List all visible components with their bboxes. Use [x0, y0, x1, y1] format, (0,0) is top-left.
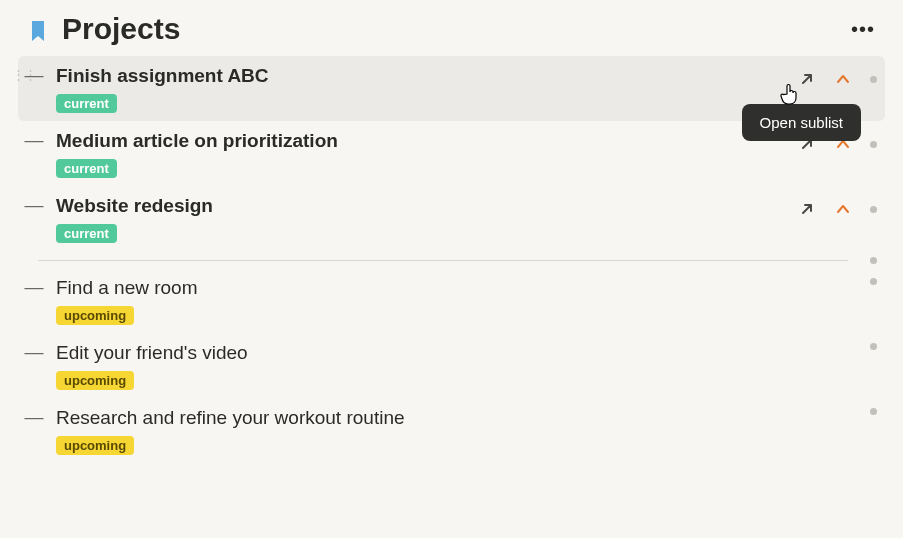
- status-tag[interactable]: current: [56, 224, 117, 243]
- project-item[interactable]: ⋮⋮—Finish assignment ABCcurrentOpen subl…: [18, 56, 885, 121]
- item-title: Medium article on prioritization: [56, 129, 794, 153]
- item-dot-icon[interactable]: [870, 343, 877, 350]
- item-body: Finish assignment ABCcurrent: [56, 64, 794, 113]
- item-body: Medium article on prioritizationcurrent: [56, 129, 794, 178]
- item-body: Edit your friend's videoupcoming: [56, 341, 866, 390]
- open-sublist-icon[interactable]: [794, 66, 820, 92]
- item-dot-icon[interactable]: [870, 408, 877, 415]
- item-dot-icon[interactable]: [870, 206, 877, 213]
- bookmark-icon: [28, 19, 48, 43]
- item-body: Research and refine your workout routine…: [56, 406, 866, 455]
- item-dot-icon[interactable]: [870, 141, 877, 148]
- project-item[interactable]: ⋮⋮—Website redesigncurrent: [18, 186, 885, 251]
- item-body: Find a new roomupcoming: [56, 276, 866, 325]
- status-tag[interactable]: upcoming: [56, 306, 134, 325]
- item-dot-icon: [870, 257, 877, 264]
- project-item[interactable]: ⋮⋮—Research and refine your workout rout…: [18, 398, 885, 463]
- item-actions: [794, 194, 879, 222]
- item-dot-icon[interactable]: [870, 76, 877, 83]
- project-item[interactable]: ⋮⋮—Find a new roomupcoming: [18, 268, 885, 333]
- project-item[interactable]: ⋮⋮—Edit your friend's videoupcoming: [18, 333, 885, 398]
- item-actions: [866, 276, 879, 285]
- item-title: Edit your friend's video: [56, 341, 866, 365]
- project-list: ⋮⋮—Finish assignment ABCcurrentOpen subl…: [0, 52, 903, 467]
- item-actions: [866, 406, 879, 415]
- item-dot-icon[interactable]: [870, 278, 877, 285]
- chevron-up-icon[interactable]: [830, 196, 856, 222]
- item-actions: [866, 341, 879, 350]
- chevron-up-icon[interactable]: [830, 66, 856, 92]
- item-title: Finish assignment ABC: [56, 64, 794, 88]
- item-actions: [794, 64, 879, 92]
- tooltip: Open sublist: [742, 104, 861, 141]
- item-title: Find a new room: [56, 276, 866, 300]
- more-menu-button[interactable]: •••: [843, 14, 883, 45]
- status-tag[interactable]: upcoming: [56, 436, 134, 455]
- status-tag[interactable]: current: [56, 94, 117, 113]
- item-title: Website redesign: [56, 194, 794, 218]
- page-title: Projects: [62, 12, 843, 46]
- status-tag[interactable]: upcoming: [56, 371, 134, 390]
- section-divider: [18, 257, 885, 264]
- page-header: Projects •••: [0, 0, 903, 52]
- item-body: Website redesigncurrent: [56, 194, 794, 243]
- open-sublist-icon[interactable]: [794, 196, 820, 222]
- item-title: Research and refine your workout routine: [56, 406, 866, 430]
- drag-handle-icon[interactable]: ⋮⋮: [12, 64, 22, 86]
- status-tag[interactable]: current: [56, 159, 117, 178]
